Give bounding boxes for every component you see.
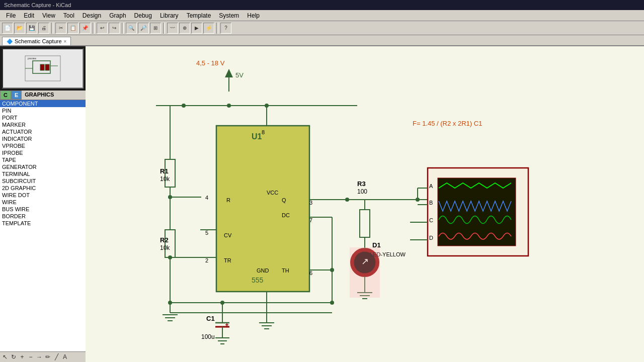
menu-edit[interactable]: Edit xyxy=(20,11,38,20)
vtb-plus[interactable]: + xyxy=(18,353,26,361)
svg-point-60 xyxy=(330,268,334,272)
svg-text:R: R xyxy=(226,197,230,203)
menu-template[interactable]: Template xyxy=(183,11,215,20)
svg-text:555: 555 xyxy=(252,276,264,284)
tb-net[interactable]: ⊕ xyxy=(179,23,190,34)
tb-cut[interactable]: ✂ xyxy=(55,23,66,34)
comp-subcircuit[interactable]: SUBCIRCUIT xyxy=(0,177,86,185)
svg-text:5V: 5V xyxy=(235,71,244,79)
comp-wire[interactable]: WIRE xyxy=(0,199,86,206)
vtb-arrow[interactable]: → xyxy=(35,353,43,361)
svg-text:R3: R3 xyxy=(357,180,366,188)
tb-zoomin[interactable]: 🔍 xyxy=(126,23,137,34)
sep3 xyxy=(122,23,124,34)
menu-help[interactable]: Help xyxy=(243,11,264,20)
graphics-label: GRAPHICS xyxy=(22,90,57,100)
svg-text:F= 1.45 / (R2 x 2R1) C1: F= 1.45 / (R2 x 2R1) C1 xyxy=(413,120,482,127)
tb-run[interactable]: ▶ xyxy=(191,23,202,34)
vtb-minus[interactable]: − xyxy=(27,353,35,361)
menu-system[interactable]: System xyxy=(215,11,243,20)
svg-text:A: A xyxy=(429,183,433,189)
tb-help[interactable]: ? xyxy=(220,23,231,34)
tabbar: 🔷 Schematic Capture × xyxy=(0,35,644,46)
comp-marker[interactable]: MARKER xyxy=(0,121,86,128)
tb-zoomout[interactable]: 🔎 xyxy=(138,23,149,34)
svg-text:C: C xyxy=(429,217,433,223)
tab-label: Schematic Capture xyxy=(15,38,62,44)
menu-library[interactable]: Library xyxy=(156,11,183,20)
svg-rect-32 xyxy=(216,126,309,292)
main-content: preview C E GRAPHICS COMPONENT PIN PORT … xyxy=(0,46,644,362)
graphics-tab-c[interactable]: C xyxy=(0,90,11,100)
menu-debug[interactable]: Debug xyxy=(130,11,156,20)
svg-text:5: 5 xyxy=(205,230,208,236)
vtb-line[interactable]: ╱ xyxy=(52,353,60,361)
comp-wiredot[interactable]: WIRE DOT xyxy=(0,192,86,199)
titlebar-text: Schematic Capture - KiCad xyxy=(4,2,71,8)
svg-text:VCC: VCC xyxy=(267,190,278,196)
schematic-canvas[interactable]: 4,5 - 18 V 5V F= 1.45 / (R2 x 2R1) C1 R1… xyxy=(86,46,644,362)
svg-rect-4 xyxy=(40,64,44,70)
comp-iprobe[interactable]: IPROBE xyxy=(0,149,86,156)
comp-terminal[interactable]: TERMINAL xyxy=(0,170,86,177)
tb-new[interactable]: 📄 xyxy=(2,23,13,34)
svg-text:4: 4 xyxy=(205,195,208,201)
tb-redo[interactable]: ↪ xyxy=(109,23,120,34)
tb-undo[interactable]: ↩ xyxy=(97,23,108,34)
svg-text:B: B xyxy=(429,200,433,206)
vtb-text[interactable]: A xyxy=(61,353,69,361)
comp-component[interactable]: COMPONENT xyxy=(0,100,86,107)
svg-text:Q: Q xyxy=(282,197,286,203)
tb-zoomfit[interactable]: ⊞ xyxy=(150,23,161,34)
menu-file[interactable]: File xyxy=(2,11,20,20)
sep2 xyxy=(93,23,95,34)
svg-text:D: D xyxy=(429,235,433,241)
svg-text:100u: 100u xyxy=(201,333,215,340)
tab-close[interactable]: × xyxy=(64,39,67,44)
comp-indicator[interactable]: INDICATOR xyxy=(0,135,86,142)
comp-port[interactable]: PORT xyxy=(0,114,86,121)
menu-design[interactable]: Design xyxy=(78,11,105,20)
comp-pin[interactable]: PIN xyxy=(0,107,86,114)
vtb-pencil[interactable]: ✏ xyxy=(44,353,52,361)
preview-svg: preview xyxy=(23,53,63,83)
tb-copy[interactable]: 📋 xyxy=(67,23,78,34)
tab-schematic[interactable]: 🔷 Schematic Capture × xyxy=(2,37,71,45)
svg-text:C1: C1 xyxy=(206,315,215,322)
vtb-rotate[interactable]: ↻ xyxy=(10,353,18,361)
svg-text:preview: preview xyxy=(28,57,37,60)
comp-actuator[interactable]: ACTUATOR xyxy=(0,128,86,135)
vtb-select[interactable]: ↖ xyxy=(1,353,9,361)
comp-border[interactable]: BORDER xyxy=(0,213,86,220)
comp-template[interactable]: TEMPLATE xyxy=(0,220,86,227)
sep5 xyxy=(216,23,218,34)
voltage-label: 4,5 - 18 V xyxy=(196,59,225,67)
comp-2dgraphic[interactable]: 2D GRAPHIC xyxy=(0,185,86,192)
svg-text:GND: GND xyxy=(257,267,269,274)
svg-text:6: 6 xyxy=(309,270,312,276)
comp-generator[interactable]: GENERATOR xyxy=(0,163,86,170)
menu-tool[interactable]: Tool xyxy=(59,11,78,20)
menu-graph[interactable]: Graph xyxy=(105,11,130,20)
menubar: File Edit View Tool Design Graph Debug L… xyxy=(0,10,644,21)
svg-rect-108 xyxy=(438,178,516,246)
sep1 xyxy=(51,23,53,34)
menu-view[interactable]: View xyxy=(38,11,59,20)
schematic-svg: 4,5 - 18 V 5V F= 1.45 / (R2 x 2R1) C1 R1… xyxy=(86,46,644,362)
svg-point-82 xyxy=(220,301,224,305)
tb-save[interactable]: 💾 xyxy=(26,23,37,34)
tb-sim[interactable]: ⚡ xyxy=(203,23,214,34)
comp-vprobe[interactable]: VPROBE xyxy=(0,142,86,149)
graphics-tabs: C E GRAPHICS xyxy=(0,90,86,100)
svg-text:100: 100 xyxy=(357,188,367,195)
graphics-tab-e[interactable]: E xyxy=(11,90,22,100)
component-list[interactable]: COMPONENT PIN PORT MARKER ACTUATOR INDIC… xyxy=(0,100,86,351)
tb-paste[interactable]: 📌 xyxy=(79,23,91,34)
comp-tape[interactable]: TAPE xyxy=(0,156,86,163)
comp-buswire[interactable]: BUS WIRE xyxy=(0,206,86,213)
svg-text:TH: TH xyxy=(282,267,289,274)
tb-print[interactable]: 🖨 xyxy=(38,23,49,34)
tb-wire[interactable]: 〰 xyxy=(167,23,178,34)
tb-open[interactable]: 📂 xyxy=(14,23,25,34)
svg-rect-105 xyxy=(350,247,380,298)
